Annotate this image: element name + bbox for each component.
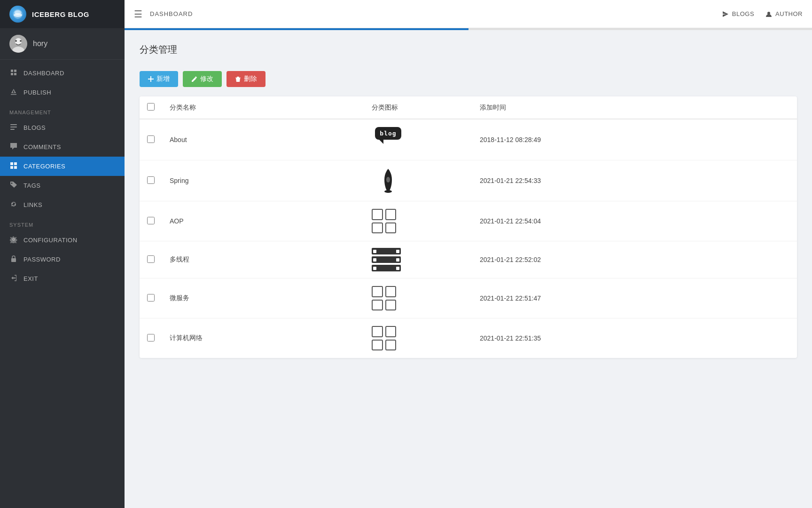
user-icon [765, 11, 772, 17]
tags-icon [9, 181, 18, 190]
comments-icon [9, 143, 18, 151]
sidebar-item-links[interactable]: LINKS [0, 195, 125, 214]
hamburger-button[interactable]: ☰ [134, 8, 142, 20]
sidebar-item-password[interactable]: PASSWORD [0, 250, 125, 269]
content-area: 分类管理 新增 修改 删除 [125, 30, 812, 508]
svg-point-7 [20, 40, 22, 42]
sidebar-item-dashboard[interactable]: DASHBOARD [0, 64, 125, 83]
sidebar-header: ICEBERG BLOG [0, 0, 125, 28]
category-time: 2021-01-21 22:54:04 [472, 201, 797, 241]
topnav-right: BLOGS AUTHOR [722, 10, 803, 17]
row-checkbox[interactable] [147, 334, 155, 341]
svg-point-6 [15, 40, 17, 42]
col-header-time: 添加时间 [472, 96, 797, 119]
svg-point-13 [384, 190, 392, 193]
sidebar-item-label: PASSWORD [23, 256, 61, 263]
row-checkbox[interactable] [147, 255, 155, 263]
table-row: 多线程 2021-01-21 22:52:02 [140, 241, 797, 278]
sidebar-item-blogs[interactable]: BLOGS [0, 118, 125, 137]
sidebar-item-label: EXIT [23, 275, 38, 282]
author-nav-button[interactable]: AUTHOR [765, 10, 803, 17]
svg-rect-9 [10, 127, 17, 127]
edit-button[interactable]: 修改 [183, 71, 222, 87]
add-button[interactable]: 新增 [140, 71, 178, 87]
table-row: AOP 2021-01-21 22:54:04 [140, 201, 797, 241]
edit-icon [191, 76, 197, 82]
category-name: AOP [162, 201, 364, 241]
page-title: 分类管理 [140, 43, 797, 61]
exit-icon [9, 274, 18, 283]
sidebar-logo [9, 6, 26, 23]
sidebar-item-label: DASHBOARD [23, 70, 64, 77]
username: hory [33, 40, 47, 48]
row-checkbox[interactable] [147, 176, 155, 184]
col-header-icon: 分类图标 [364, 96, 472, 119]
category-name: Spring [162, 160, 364, 201]
svg-rect-11 [11, 258, 16, 262]
sidebar-item-label: COMMENTS [23, 143, 61, 151]
category-icon-cell: blog [364, 119, 472, 160]
categories-table: 分类名称 分类图标 添加时间 About blog 2018-11-12 08:… [140, 96, 797, 358]
table-row: Spring 2021-01-21 22:54:33 [140, 160, 797, 201]
col-header-name: 分类名称 [162, 96, 364, 119]
svg-point-14 [386, 177, 390, 183]
main-area: ☰ DASHBOARD BLOGS AUTHOR 分类管理 [125, 0, 812, 508]
table-row: About blog 2018-11-12 08:28:49 [140, 119, 797, 160]
sidebar-item-publish[interactable]: PUBLISH [0, 83, 125, 102]
category-time: 2021-01-21 22:54:33 [472, 160, 797, 201]
category-icon-cell [364, 201, 472, 241]
delete-button[interactable]: 删除 [226, 71, 265, 87]
category-time: 2021-01-21 22:51:35 [472, 318, 797, 358]
blogs-icon [9, 123, 18, 132]
select-all-checkbox[interactable] [147, 103, 155, 111]
table-row: 计算机网络 2021-01-21 22:51:35 [140, 318, 797, 358]
sidebar-item-label: BLOGS [23, 124, 46, 131]
blogs-nav-label: BLOGS [732, 10, 754, 17]
category-icon-cell [364, 160, 472, 201]
section-system-label: SYSTEM [0, 214, 125, 230]
sidebar-item-label: TAGS [23, 182, 40, 189]
row-checkbox[interactable] [147, 217, 155, 224]
publish-icon [9, 88, 18, 97]
category-name: 微服务 [162, 278, 364, 318]
sidebar-item-tags[interactable]: TAGS [0, 176, 125, 195]
sidebar-item-comments[interactable]: COMMENTS [0, 137, 125, 157]
sidebar-item-label: CONFIGURATION [23, 237, 78, 244]
svg-rect-10 [10, 129, 15, 130]
sidebar-item-configuration[interactable]: CONFIGURATION [0, 230, 125, 250]
category-icon-cell [364, 241, 472, 278]
category-icon-cell [364, 278, 472, 318]
trash-icon [235, 76, 241, 82]
svg-point-2 [14, 13, 22, 17]
topnav: ☰ DASHBOARD BLOGS AUTHOR [125, 0, 812, 28]
links-icon [9, 200, 18, 209]
sidebar-item-categories[interactable]: CATEGORIES [0, 157, 125, 176]
sidebar-item-label: CATEGORIES [23, 163, 65, 170]
category-icon-cell [364, 318, 472, 358]
data-table: 分类名称 分类图标 添加时间 About blog 2018-11-12 08:… [140, 96, 797, 358]
row-checkbox[interactable] [147, 294, 155, 302]
sidebar-item-label: PUBLISH [23, 89, 51, 96]
category-time: 2021-01-21 22:52:02 [472, 241, 797, 278]
category-name: About [162, 119, 364, 160]
sidebar-item-label: LINKS [23, 201, 42, 208]
avatar [9, 35, 27, 53]
section-management-label: MANAGEMENT [0, 102, 125, 118]
category-time: 2018-11-12 08:28:49 [472, 119, 797, 160]
table-scroll[interactable]: 分类名称 分类图标 添加时间 About blog 2018-11-12 08:… [140, 96, 797, 358]
add-button-label: 新增 [156, 75, 170, 83]
category-name: 计算机网络 [162, 318, 364, 358]
sidebar-app-title: ICEBERG BLOG [32, 10, 89, 18]
category-name: 多线程 [162, 241, 364, 278]
row-checkbox[interactable] [147, 135, 155, 143]
sidebar-item-exit[interactable]: EXIT [0, 269, 125, 288]
dashboard-icon [9, 69, 18, 78]
categories-icon [9, 162, 18, 171]
blogs-nav-button[interactable]: BLOGS [722, 10, 754, 17]
topnav-left: ☰ DASHBOARD [134, 8, 193, 20]
configuration-icon [9, 236, 18, 245]
svg-rect-8 [10, 124, 17, 125]
delete-button-label: 删除 [244, 75, 257, 83]
plus-icon [148, 76, 154, 82]
action-bar: 新增 修改 删除 [140, 71, 797, 87]
